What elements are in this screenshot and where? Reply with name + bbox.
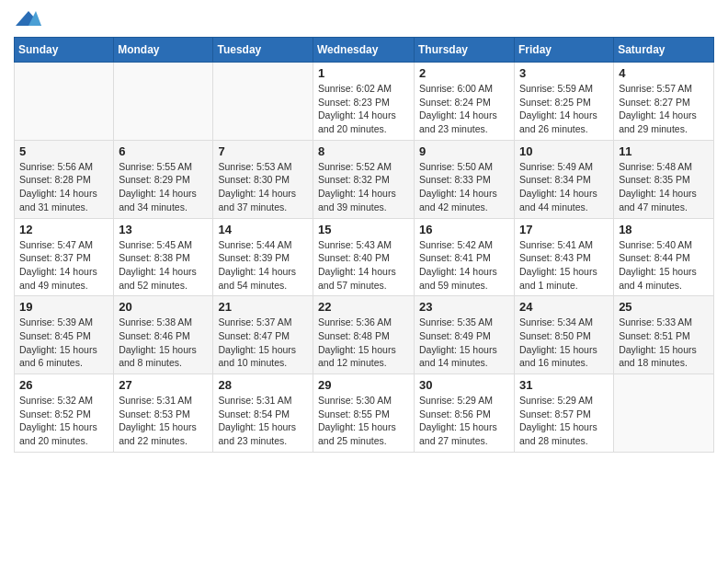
- cell-info: Sunrise: 5:29 AMSunset: 8:57 PMDaylight:…: [519, 394, 609, 448]
- day-number: 26: [19, 378, 108, 392]
- cell-info: Sunrise: 5:40 AMSunset: 8:44 PMDaylight:…: [619, 238, 709, 293]
- calendar-cell: 10Sunrise: 5:49 AMSunset: 8:34 PMDayligh…: [515, 140, 614, 218]
- calendar-cell: 3Sunrise: 5:59 AMSunset: 8:25 PMDaylight…: [515, 63, 614, 141]
- calendar-cell: 7Sunrise: 5:53 AMSunset: 8:30 PMDaylight…: [213, 140, 313, 218]
- cell-info: Sunrise: 6:02 AMSunset: 8:23 PMDaylight:…: [318, 82, 409, 136]
- calendar-cell: 2Sunrise: 6:00 AMSunset: 8:24 PMDaylight…: [415, 63, 515, 141]
- day-number: 16: [419, 223, 509, 236]
- day-number: 6: [119, 144, 208, 158]
- calendar-cell: 18Sunrise: 5:40 AMSunset: 8:44 PMDayligh…: [614, 218, 714, 296]
- calendar-cell: 27Sunrise: 5:31 AMSunset: 8:53 PMDayligh…: [114, 374, 213, 453]
- calendar-cell: 1Sunrise: 6:02 AMSunset: 8:23 PMDaylight…: [313, 63, 415, 141]
- calendar-cell: [15, 63, 114, 141]
- day-number: 25: [619, 300, 709, 314]
- day-number: 21: [218, 300, 308, 314]
- day-number: 19: [19, 300, 108, 314]
- cell-info: Sunrise: 5:39 AMSunset: 8:45 PMDaylight:…: [19, 316, 108, 370]
- header: [14, 9, 714, 29]
- calendar-cell: 19Sunrise: 5:39 AMSunset: 8:45 PMDayligh…: [15, 296, 114, 374]
- day-number: 7: [218, 144, 308, 158]
- cell-info: Sunrise: 5:31 AMSunset: 8:53 PMDaylight:…: [119, 394, 208, 448]
- cell-info: Sunrise: 5:38 AMSunset: 8:46 PMDaylight:…: [119, 316, 208, 370]
- calendar-cell: 8Sunrise: 5:52 AMSunset: 8:32 PMDaylight…: [313, 140, 415, 218]
- day-number: 4: [619, 66, 709, 80]
- day-number: 27: [119, 378, 208, 392]
- day-number: 29: [318, 378, 409, 392]
- day-number: 23: [419, 300, 509, 314]
- calendar-header-wednesday: Wednesday: [313, 38, 415, 63]
- calendar-cell: [213, 63, 313, 141]
- calendar-cell: 26Sunrise: 5:32 AMSunset: 8:52 PMDayligh…: [15, 374, 114, 453]
- calendar-table: SundayMondayTuesdayWednesdayThursdayFrid…: [14, 37, 714, 453]
- cell-info: Sunrise: 5:59 AMSunset: 8:25 PMDaylight:…: [519, 82, 609, 136]
- cell-info: Sunrise: 5:34 AMSunset: 8:50 PMDaylight:…: [519, 316, 609, 370]
- day-number: 14: [218, 223, 308, 236]
- day-number: 22: [318, 300, 409, 314]
- calendar-cell: 4Sunrise: 5:57 AMSunset: 8:27 PMDaylight…: [614, 63, 714, 141]
- cell-info: Sunrise: 5:36 AMSunset: 8:48 PMDaylight:…: [318, 316, 409, 370]
- day-number: 30: [419, 378, 509, 392]
- calendar-header-thursday: Thursday: [415, 38, 515, 63]
- calendar-cell: 17Sunrise: 5:41 AMSunset: 8:43 PMDayligh…: [515, 218, 614, 296]
- cell-info: Sunrise: 5:44 AMSunset: 8:39 PMDaylight:…: [218, 238, 308, 293]
- calendar-week-row: 19Sunrise: 5:39 AMSunset: 8:45 PMDayligh…: [15, 296, 714, 374]
- cell-info: Sunrise: 5:57 AMSunset: 8:27 PMDaylight:…: [619, 82, 709, 136]
- cell-info: Sunrise: 5:42 AMSunset: 8:41 PMDaylight:…: [419, 238, 509, 293]
- cell-info: Sunrise: 5:30 AMSunset: 8:55 PMDaylight:…: [318, 394, 409, 448]
- calendar-cell: 15Sunrise: 5:43 AMSunset: 8:40 PMDayligh…: [313, 218, 415, 296]
- cell-info: Sunrise: 5:49 AMSunset: 8:34 PMDaylight:…: [519, 160, 609, 214]
- cell-info: Sunrise: 5:31 AMSunset: 8:54 PMDaylight:…: [218, 394, 308, 448]
- calendar-cell: 24Sunrise: 5:34 AMSunset: 8:50 PMDayligh…: [515, 296, 614, 374]
- day-number: 11: [619, 144, 709, 158]
- day-number: 5: [19, 144, 108, 158]
- day-number: 2: [419, 66, 509, 80]
- cell-info: Sunrise: 5:50 AMSunset: 8:33 PMDaylight:…: [419, 160, 509, 214]
- day-number: 8: [318, 144, 409, 158]
- calendar-cell: 30Sunrise: 5:29 AMSunset: 8:56 PMDayligh…: [415, 374, 515, 453]
- calendar-header-saturday: Saturday: [614, 38, 714, 63]
- calendar-cell: 16Sunrise: 5:42 AMSunset: 8:41 PMDayligh…: [415, 218, 515, 296]
- calendar-cell: 6Sunrise: 5:55 AMSunset: 8:29 PMDaylight…: [114, 140, 213, 218]
- cell-info: Sunrise: 5:32 AMSunset: 8:52 PMDaylight:…: [19, 394, 108, 448]
- calendar-cell: [614, 374, 714, 453]
- day-number: 1: [318, 66, 409, 80]
- calendar-cell: 5Sunrise: 5:56 AMSunset: 8:28 PMDaylight…: [15, 140, 114, 218]
- logo-bird-icon: [16, 9, 41, 29]
- cell-info: Sunrise: 5:33 AMSunset: 8:51 PMDaylight:…: [619, 316, 709, 370]
- day-number: 24: [519, 300, 609, 314]
- day-number: 3: [519, 66, 609, 80]
- cell-info: Sunrise: 5:56 AMSunset: 8:28 PMDaylight:…: [19, 160, 108, 214]
- day-number: 17: [519, 223, 609, 236]
- cell-info: Sunrise: 5:53 AMSunset: 8:30 PMDaylight:…: [218, 160, 308, 214]
- calendar-cell: 31Sunrise: 5:29 AMSunset: 8:57 PMDayligh…: [515, 374, 614, 453]
- day-number: 20: [119, 300, 208, 314]
- calendar-header-row: SundayMondayTuesdayWednesdayThursdayFrid…: [15, 38, 714, 63]
- calendar-cell: 9Sunrise: 5:50 AMSunset: 8:33 PMDaylight…: [415, 140, 515, 218]
- day-number: 31: [519, 378, 609, 392]
- cell-info: Sunrise: 5:35 AMSunset: 8:49 PMDaylight:…: [419, 316, 509, 370]
- calendar-cell: 28Sunrise: 5:31 AMSunset: 8:54 PMDayligh…: [213, 374, 313, 453]
- calendar-cell: 14Sunrise: 5:44 AMSunset: 8:39 PMDayligh…: [213, 218, 313, 296]
- day-number: 15: [318, 223, 409, 236]
- cell-info: Sunrise: 5:47 AMSunset: 8:37 PMDaylight:…: [19, 238, 108, 293]
- cell-info: Sunrise: 5:37 AMSunset: 8:47 PMDaylight:…: [218, 316, 308, 370]
- calendar-cell: 29Sunrise: 5:30 AMSunset: 8:55 PMDayligh…: [313, 374, 415, 453]
- calendar-cell: 22Sunrise: 5:36 AMSunset: 8:48 PMDayligh…: [313, 296, 415, 374]
- day-number: 18: [619, 223, 709, 236]
- day-number: 9: [419, 144, 509, 158]
- calendar-header-monday: Monday: [114, 38, 213, 63]
- cell-info: Sunrise: 5:45 AMSunset: 8:38 PMDaylight:…: [119, 238, 208, 293]
- calendar-cell: 12Sunrise: 5:47 AMSunset: 8:37 PMDayligh…: [15, 218, 114, 296]
- calendar-cell: 23Sunrise: 5:35 AMSunset: 8:49 PMDayligh…: [415, 296, 515, 374]
- calendar-cell: 11Sunrise: 5:48 AMSunset: 8:35 PMDayligh…: [614, 140, 714, 218]
- day-number: 12: [19, 223, 108, 236]
- cell-info: Sunrise: 5:48 AMSunset: 8:35 PMDaylight:…: [619, 160, 709, 214]
- calendar-week-row: 1Sunrise: 6:02 AMSunset: 8:23 PMDaylight…: [15, 63, 714, 141]
- calendar-header-friday: Friday: [515, 38, 614, 63]
- cell-info: Sunrise: 5:52 AMSunset: 8:32 PMDaylight:…: [318, 160, 409, 214]
- calendar-week-row: 5Sunrise: 5:56 AMSunset: 8:28 PMDaylight…: [15, 140, 714, 218]
- cell-info: Sunrise: 5:41 AMSunset: 8:43 PMDaylight:…: [519, 238, 609, 293]
- day-number: 13: [119, 223, 208, 236]
- cell-info: Sunrise: 6:00 AMSunset: 8:24 PMDaylight:…: [419, 82, 509, 136]
- calendar-cell: 21Sunrise: 5:37 AMSunset: 8:47 PMDayligh…: [213, 296, 313, 374]
